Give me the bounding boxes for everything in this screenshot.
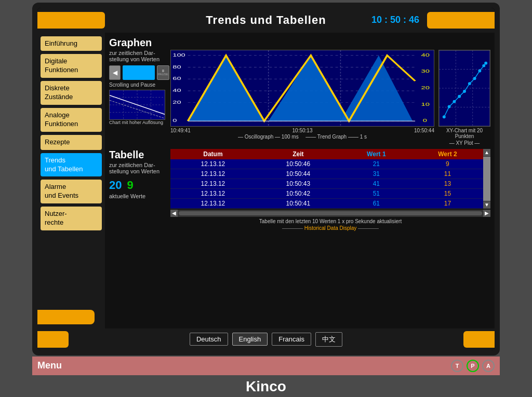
sidebar-item-einfuhrung[interactable]: Einführung — [41, 36, 102, 51]
graphen-title: Graphen — [109, 37, 490, 49]
timestamp-2: 10:50:13 — [292, 128, 313, 133]
cell-wert2: 15 — [412, 188, 483, 198]
bottom-bar: Deutsch English Francais 中文 — [37, 328, 495, 350]
tabelle-subtitle: zur zeitlichen Dar-stellung von Werten — [109, 162, 166, 174]
cell-wert2: 17 — [412, 198, 483, 208]
cell-datum: 12.13.12 — [170, 159, 256, 169]
menu-icon-p[interactable]: P — [467, 360, 479, 372]
legend-trend: —— Trend Graph —— 1 s — [305, 134, 367, 140]
menu-label: Menu — [37, 360, 62, 371]
svg-point-45 — [484, 61, 487, 64]
scrollbar-down-button[interactable]: ▼ — [483, 201, 490, 209]
scroll-left-button[interactable]: ◀ — [109, 65, 121, 80]
screen: Trends und Tabellen 10 : 50 : 46 Einführ… — [37, 8, 495, 350]
lang-btn-deutsch[interactable]: Deutsch — [190, 333, 228, 346]
scroll-track[interactable] — [123, 65, 155, 80]
header-bar-left — [37, 12, 105, 29]
table-row: 12.13.12 10:50:42 51 15 — [170, 188, 483, 198]
current-val2: 9 — [127, 179, 133, 192]
svg-point-43 — [478, 69, 481, 72]
scroll-bar-container: ◀ II PAUSE — [109, 65, 169, 80]
main-chart-area: 100 80 60 40 20 0 40 30 20 — [170, 50, 434, 140]
timestamp-1: 10:49:41 — [170, 128, 191, 133]
cell-wert2: 11 — [412, 169, 483, 179]
svg-text:10: 10 — [421, 101, 430, 106]
graphen-row: zur zeitlichen Dar-stellung von Werten ◀… — [109, 50, 490, 146]
chart-low-label: Chart mit hoher Auflösung — [109, 120, 163, 125]
current-val1: 20 — [109, 179, 122, 192]
svg-text:40: 40 — [421, 52, 430, 57]
sidebar: Einführung DigitaleFunktionen DiskreteZu… — [37, 33, 105, 328]
tabelle-right: Datum Zeit Wert 1 Wert 2 12.13.12 10:50:… — [170, 149, 490, 231]
horiz-scrollbar: ◀ ▶ — [170, 210, 490, 217]
cell-zeit: 10:50:44 — [256, 169, 341, 179]
svg-point-38 — [453, 100, 456, 103]
pause-button[interactable]: II PAUSE — [157, 65, 169, 80]
legend-oscillograph: — Oscillograph — 100 ms — [238, 134, 299, 140]
sidebar-item-rezepte[interactable]: Rezepte — [41, 135, 102, 150]
table-row: 12.13.12 10:50:46 21 9 — [170, 159, 483, 169]
menu-icon-t[interactable]: T — [451, 360, 463, 372]
table-footer-text: Tabelle mit den letzten 10 Werten 1 x pr… — [170, 218, 490, 224]
horiz-scroll-right-button[interactable]: ▶ — [483, 210, 490, 217]
sidebar-item-nutzer[interactable]: Nutzer-rechte — [41, 207, 102, 230]
svg-text:0: 0 — [172, 118, 177, 123]
cell-wert2: 9 — [412, 159, 483, 169]
sidebar-item-analoge[interactable]: AnalogeFunktionen — [41, 108, 102, 132]
horiz-scroll-left-button[interactable]: ◀ — [170, 210, 178, 217]
cell-zeit: 10:50:43 — [256, 179, 341, 188]
svg-point-41 — [468, 82, 471, 85]
cell-wert1: 21 — [341, 159, 412, 169]
sidebar-item-trends[interactable]: Trendsund Tabellen — [41, 153, 102, 177]
historical-text: Historical Data Display — [304, 225, 357, 231]
graphen-section: Graphen zur zeitlichen Dar-stellung von … — [109, 37, 490, 146]
svg-text:60: 60 — [172, 76, 181, 81]
horiz-scroll-track[interactable] — [179, 211, 482, 215]
sidebar-item-diskrete[interactable]: DiskreteZustände — [41, 81, 102, 105]
chart-legend: — Oscillograph — 100 ms —— Trend Graph —… — [170, 134, 434, 140]
cell-datum: 12.13.12 — [170, 188, 256, 198]
lang-btn-english[interactable]: English — [232, 333, 268, 346]
table-scroll-container: Datum Zeit Wert 1 Wert 2 12.13.12 10:50:… — [170, 149, 490, 209]
lang-btn-francais[interactable]: Francais — [272, 333, 311, 346]
sidebar-bottom-bar — [37, 310, 95, 324]
table-row: 12.13.12 10:50:41 61 17 — [170, 198, 483, 208]
tabelle-current-values: 20 9 — [109, 179, 166, 192]
sidebar-item-digitale[interactable]: DigitaleFunktionen — [41, 54, 102, 78]
svg-text:40: 40 — [172, 87, 181, 92]
oscillograph-small-chart — [109, 90, 165, 120]
header-bar-right — [427, 12, 495, 29]
table-row: 12.13.12 10:50:44 31 11 — [170, 169, 483, 179]
scrollbar-up-button[interactable]: ▲ — [483, 149, 490, 156]
timestamp-3: 10:50:44 — [414, 128, 434, 133]
svg-point-44 — [482, 64, 485, 67]
col-zeit: Zeit — [256, 149, 341, 159]
device-frame: Trends und Tabellen 10 : 50 : 46 Einführ… — [32, 3, 500, 355]
svg-point-42 — [473, 77, 476, 80]
col-wert1: Wert 1 — [341, 149, 412, 159]
aktuelle-werte-label: aktuelle Werte — [109, 193, 166, 199]
scroll-label: Scrolling und Pause — [109, 82, 155, 88]
pause-label: PAUSE — [158, 73, 168, 76]
content-area: Graphen zur zeitlichen Dar-stellung von … — [105, 33, 495, 328]
xy-legend: — XY Plot — — [438, 140, 490, 146]
menu-icon-a[interactable]: A — [482, 360, 495, 372]
lang-btn-chinese[interactable]: 中文 — [315, 332, 342, 347]
svg-point-37 — [448, 105, 451, 108]
svg-point-40 — [463, 89, 466, 92]
scrollbar-thumb[interactable] — [483, 157, 490, 201]
brand-label: Kinco — [246, 378, 286, 395]
graph-controls: zur zeitlichen Dar-stellung von Werten ◀… — [109, 50, 166, 126]
svg-point-36 — [443, 115, 446, 118]
menu-bar: Menu T P A — [32, 357, 500, 375]
col-wert2: Wert 2 — [412, 149, 483, 159]
bottom-bar-left — [37, 331, 69, 348]
cell-zeit: 10:50:42 — [256, 188, 341, 198]
menu-icons: T P A — [451, 360, 495, 372]
historical-label: ———— Historical Data Display ———— — [170, 225, 490, 231]
table-row: 12.13.12 10:50:43 41 13 — [170, 179, 483, 188]
cell-zeit: 10:50:41 — [256, 198, 341, 208]
sidebar-item-alarme[interactable]: Alarmeund Events — [41, 180, 102, 203]
svg-text:100: 100 — [172, 52, 185, 57]
cell-wert2: 13 — [412, 179, 483, 188]
